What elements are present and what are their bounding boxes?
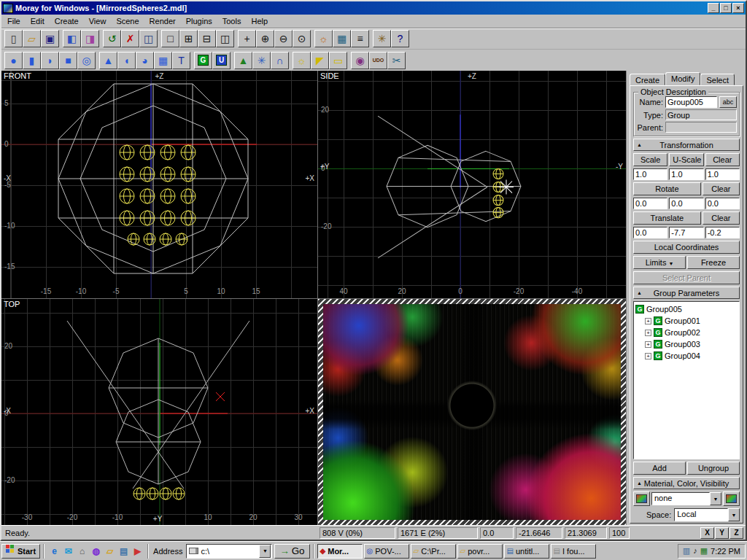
statistics-button[interactable]: ≡ (351, 30, 369, 47)
select-parent-button[interactable]: Select Parent (633, 271, 740, 284)
save-file-button[interactable]: ▣ (41, 30, 59, 47)
media-player-icon[interactable]: ▶ (131, 544, 144, 558)
material-browser-button[interactable] (633, 491, 650, 506)
new-file-button[interactable]: ▯ (4, 30, 23, 47)
menu-render[interactable]: Render (144, 15, 181, 27)
add-button[interactable]: Add (633, 462, 686, 475)
sor-primitive-button[interactable]: ◖ (117, 52, 136, 69)
menu-edit[interactable]: Edit (26, 15, 50, 27)
csg-intersection-button[interactable]: ∩ (271, 52, 289, 69)
task-monitor-icon[interactable]: ▥ (683, 546, 690, 556)
group-tree[interactable]: GGroup005+GGroup001+GGroup002+GGroup003+… (633, 301, 740, 459)
scale-z-input[interactable] (705, 168, 740, 180)
internet-explorer-icon[interactable]: e (47, 544, 61, 558)
menu-tools[interactable]: Tools (217, 15, 247, 27)
menu-file[interactable]: File (2, 15, 26, 27)
space-dropdown-button[interactable]: ▼ (728, 508, 740, 521)
scale-button[interactable]: Scale (633, 153, 667, 166)
taskbar-window-folder[interactable]: ▱C:\Pr... (411, 544, 456, 559)
undo-button[interactable]: ↺ (103, 30, 121, 47)
name-input[interactable] (665, 96, 717, 108)
rendered-image[interactable] (323, 304, 621, 520)
translate-z-input[interactable] (705, 227, 740, 238)
tab-modify[interactable]: Modify (665, 72, 700, 85)
notepad-icon[interactable]: ▤ (117, 544, 131, 558)
tree-item[interactable]: +GGroup001 (635, 315, 738, 327)
rotate-button[interactable]: Rotate (633, 182, 701, 195)
torus-primitive-button[interactable]: ◎ (77, 52, 96, 69)
render-scene-button[interactable]: ☼ (314, 30, 333, 47)
zoom-in-button[interactable]: ⊕ (256, 30, 274, 47)
render-window-button[interactable]: ◧ (63, 30, 81, 47)
view-channels-icon[interactable]: ◍ (89, 544, 103, 558)
viewport-single-button[interactable]: □ (161, 30, 179, 47)
material-header[interactable]: ▲ Material, Color, Visibility (633, 477, 740, 489)
scale-x-input[interactable] (633, 168, 667, 180)
delete-button[interactable]: ✗ (121, 30, 139, 47)
go-button[interactable]: →Go (274, 544, 309, 559)
cylinder-primitive-button[interactable]: ▮ (23, 52, 41, 69)
viewport-top[interactable]: TOP (1, 299, 317, 525)
csg-union-button[interactable]: U (212, 52, 231, 69)
rotate-clear-button[interactable]: Clear (703, 182, 740, 195)
box-primitive-button[interactable]: ■ (59, 52, 77, 69)
tab-select[interactable]: Select (700, 74, 735, 85)
show-desktop-icon[interactable]: ⌂ (75, 544, 89, 558)
limits-button[interactable]: Limits▼ (633, 256, 686, 269)
material-dropdown-button[interactable]: ▼ (710, 492, 721, 505)
plugins-button[interactable]: ✳ (373, 30, 391, 47)
translate-x-input[interactable] (633, 227, 667, 238)
maximize-button[interactable]: □ (720, 3, 732, 13)
blob-primitive-button[interactable]: ✳ (252, 52, 271, 69)
expand-icon[interactable]: + (645, 330, 651, 336)
disc-primitive-button[interactable]: ◗ (41, 52, 59, 69)
rotate-x-input[interactable] (633, 198, 667, 209)
cone-primitive-button[interactable]: ▲ (99, 52, 117, 69)
taskbar-window-moray[interactable]: ◆Mor... (317, 544, 363, 559)
taskbar-window-notepad[interactable]: ▤untitl... (504, 544, 549, 559)
csg-group-button[interactable]: G (194, 52, 212, 69)
menu-plugins[interactable]: Plugins (181, 15, 217, 27)
render-options-button[interactable]: ▦ (333, 30, 351, 47)
display-icon[interactable]: ▦ (700, 546, 708, 556)
bezier-patch-button[interactable]: ▦ (154, 52, 172, 69)
font-button[interactable]: abc (719, 96, 737, 108)
local-coordinates-button[interactable]: Local Coordinates (633, 241, 740, 254)
zoom-extents-button[interactable]: ⊙ (293, 30, 311, 47)
translate-y-input[interactable] (669, 227, 703, 238)
transformation-header[interactable]: ▲ Transformation (633, 139, 740, 151)
rotate-z-input[interactable] (705, 198, 740, 209)
open-file-button[interactable]: ▱ (23, 30, 41, 47)
expand-icon[interactable]: + (645, 318, 651, 324)
address-dropdown-button[interactable]: ▼ (259, 545, 271, 558)
sphere-primitive-button[interactable]: ● (4, 52, 23, 69)
duplicate-button[interactable]: ◫ (139, 30, 158, 47)
menu-scene[interactable]: Scene (111, 15, 144, 27)
axis-y-button[interactable]: Y (715, 527, 729, 539)
area-light-button[interactable]: ▭ (329, 52, 347, 69)
viewport-vertical-button[interactable]: ◫ (216, 30, 234, 47)
taskbar-window-povray[interactable]: ◎POV-... (364, 544, 409, 559)
material-edit-button[interactable] (723, 491, 740, 506)
tree-item[interactable]: GGroup005 (635, 303, 738, 315)
expand-icon[interactable]: + (645, 353, 651, 359)
menu-create[interactable]: Create (50, 15, 84, 27)
expand-icon[interactable]: + (645, 341, 651, 348)
camera-button[interactable]: ◉ (351, 52, 369, 69)
menu-view[interactable]: View (84, 15, 112, 27)
clip-object-button[interactable]: ✂ (387, 52, 406, 69)
viewport-render[interactable] (318, 299, 626, 525)
axis-x-button[interactable]: X (700, 527, 714, 539)
group-parameters-header[interactable]: ▲ Group Parameters (633, 287, 740, 299)
translate-clear-button[interactable]: Clear (703, 211, 740, 225)
scale-clear-button[interactable]: Clear (705, 153, 740, 166)
lathe-primitive-button[interactable]: ◕ (136, 52, 154, 69)
translate-button[interactable]: Translate (633, 211, 701, 225)
help-button[interactable]: ? (391, 30, 409, 47)
rotate-y-input[interactable] (669, 198, 703, 209)
close-button[interactable]: × (732, 3, 744, 13)
viewport-side[interactable]: SIDE (318, 71, 626, 298)
viewport-horizontal-button[interactable]: ⊟ (198, 30, 216, 47)
minimize-button[interactable]: _ (708, 3, 719, 13)
freeze-button[interactable]: Freeze (687, 256, 740, 269)
